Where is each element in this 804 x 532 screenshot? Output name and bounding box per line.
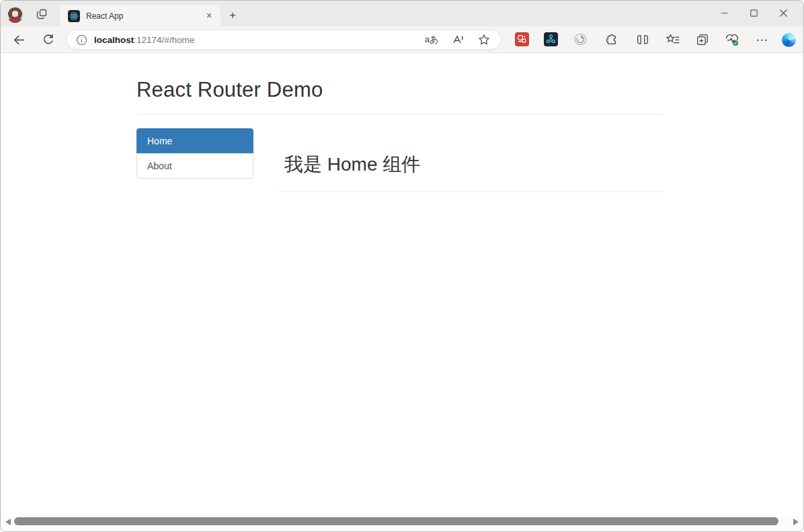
nav-link-home[interactable]: Home xyxy=(136,128,253,154)
browser-window: React App ✕ + xyxy=(0,0,804,532)
new-tab-button[interactable]: + xyxy=(225,8,240,23)
window-controls xyxy=(709,3,798,22)
page-content: React Router Demo Home About 我是 Home 组件 xyxy=(1,54,803,515)
back-icon[interactable] xyxy=(11,32,27,48)
translate-icon[interactable]: aあ xyxy=(421,32,442,48)
favorites-list-icon[interactable] xyxy=(665,32,681,48)
scrollbar-thumb[interactable] xyxy=(14,517,778,525)
scroll-left-arrow-icon[interactable] xyxy=(5,519,11,525)
browser-toolbar: localhost:12174/#/home aあ xyxy=(1,26,803,53)
tab-strip: React App ✕ + xyxy=(1,1,803,26)
address-bar[interactable]: localhost:12174/#/home aあ xyxy=(66,30,501,50)
scroll-right-arrow-icon[interactable] xyxy=(793,519,799,525)
tab-title: React App xyxy=(86,11,203,21)
read-aloud-icon[interactable] xyxy=(448,32,469,48)
url-path: :12174/#/home xyxy=(134,35,194,45)
extension-red-icon[interactable] xyxy=(515,32,529,46)
split-screen-icon[interactable] xyxy=(635,32,651,48)
tab-actions-icon[interactable] xyxy=(36,8,48,20)
router-nav-list: Home About xyxy=(136,128,253,179)
component-text: 我是 Home 组件 xyxy=(284,152,420,177)
nav-link-about[interactable]: About xyxy=(136,153,253,179)
refresh-icon[interactable] xyxy=(40,32,56,48)
react-favicon-icon xyxy=(68,10,80,22)
minimize-button[interactable] xyxy=(709,3,739,22)
copilot-icon[interactable] xyxy=(780,32,797,48)
favorite-star-icon[interactable] xyxy=(474,32,494,48)
extension-gray-icon[interactable] xyxy=(573,32,588,46)
extension-navy-icon[interactable] xyxy=(544,32,558,46)
horizontal-rule-top xyxy=(136,114,663,115)
tab-close-icon[interactable]: ✕ xyxy=(203,10,215,22)
browser-tab[interactable]: React App ✕ xyxy=(60,5,220,26)
collections-icon[interactable] xyxy=(694,32,711,48)
maximize-button[interactable] xyxy=(739,3,768,22)
profile-avatar[interactable] xyxy=(7,7,23,23)
horizontal-scrollbar[interactable] xyxy=(1,516,803,529)
url-host: localhost xyxy=(94,35,134,45)
browser-essentials-icon[interactable] xyxy=(724,32,740,48)
address-bar-tools: aあ xyxy=(421,32,494,48)
close-window-button[interactable] xyxy=(768,3,798,22)
site-info-icon[interactable] xyxy=(76,34,87,46)
extensions-puzzle-icon[interactable] xyxy=(602,32,618,48)
settings-more-icon[interactable]: ⋯ xyxy=(754,32,770,48)
horizontal-rule-content xyxy=(276,191,663,192)
url-text: localhost:12174/#/home xyxy=(94,35,421,45)
page-title: React Router Demo xyxy=(136,78,323,102)
